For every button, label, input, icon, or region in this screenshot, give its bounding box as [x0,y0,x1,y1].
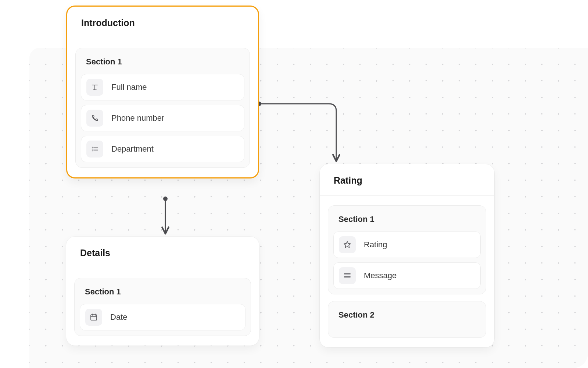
field-message[interactable]: Message [333,262,481,289]
calendar-icon [85,309,102,326]
field-label: Department [111,144,154,154]
section[interactable]: Section 1 Full name Phone number [75,48,250,168]
card-introduction[interactable]: Introduction Section 1 Full name Phone n… [66,6,259,178]
section[interactable]: Section 1 Rating Message [328,205,486,294]
card-details[interactable]: Details Section 1 Date [66,237,259,346]
field-label: Phone number [111,113,164,123]
field-department[interactable]: Department [81,136,244,162]
field-label: Rating [364,240,387,250]
section[interactable]: Section 2 [328,301,486,338]
field-rating[interactable]: Rating [333,231,481,258]
field-label: Message [364,271,397,280]
list-icon [86,141,103,158]
star-icon [339,236,356,253]
field-full-name[interactable]: Full name [81,74,244,100]
svg-point-2 [92,147,93,148]
section-title: Section 1 [81,48,244,74]
svg-point-4 [92,151,93,151]
card-title: Introduction [67,7,258,38]
canvas-frame: Introduction Section 1 Full name Phone n… [0,0,588,368]
section-title: Section 1 [333,206,481,231]
field-label: Full name [111,82,147,92]
text-icon [86,79,103,96]
field-label: Date [110,312,127,322]
card-title: Rating [320,164,494,196]
section-title: Section 1 [80,278,245,304]
section-title: Section 2 [333,301,481,327]
svg-point-3 [92,149,93,149]
card-rating[interactable]: Rating Section 1 Rating Message [320,164,494,347]
svg-rect-5 [91,315,97,320]
field-phone-number[interactable]: Phone number [81,105,244,131]
phone-icon [86,110,103,127]
paragraph-icon [339,267,356,284]
card-title: Details [66,237,259,268]
field-date[interactable]: Date [80,304,245,330]
section[interactable]: Section 1 Date [74,278,251,336]
